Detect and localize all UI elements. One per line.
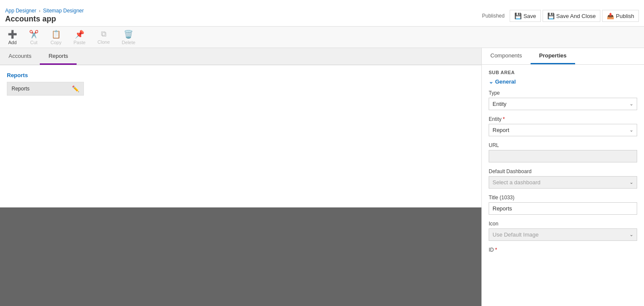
default-dashboard-field-row: Default Dashboard Select a dashboard ⌄	[489, 168, 637, 189]
publish-icon: 📤	[607, 12, 614, 19]
delete-button[interactable]: 🗑️ Delete	[119, 29, 138, 46]
entity-required: *	[503, 116, 505, 122]
save-icon: 💾	[514, 12, 522, 19]
url-field-row: URL	[489, 142, 637, 162]
subarea-item-reports[interactable]: Reports ✏️	[7, 82, 84, 96]
icon-chevron-icon: ⌄	[629, 232, 633, 237]
subarea-group: Reports Reports ✏️	[7, 72, 475, 96]
paste-icon: 📌	[75, 30, 84, 39]
icon-select[interactable]: Use Default Image ⌄	[489, 228, 637, 241]
tab-reports[interactable]: Reports	[40, 48, 77, 65]
toolbar: ➕ Add ✂️ Cut 📋 Copy 📌 Paste ⧉ Clone 🗑️ D…	[0, 27, 644, 48]
canvas-area: Accounts Reports Reports Reports ✏️	[0, 48, 481, 306]
panel-section-title: SUB AREA	[489, 70, 637, 75]
type-select[interactable]: Entity ⌄	[489, 98, 637, 110]
type-label: Type	[489, 90, 637, 96]
canvas-white-area: Reports Reports ✏️	[0, 65, 481, 207]
copy-button[interactable]: 📋 Copy	[48, 29, 64, 46]
save-label: Save	[523, 13, 536, 19]
breadcrumb: App Designer › Sitemap Designer	[5, 8, 84, 14]
save-and-close-button[interactable]: 💾 Save And Close	[543, 10, 601, 22]
type-chevron-icon: ⌄	[629, 101, 633, 107]
edit-icon[interactable]: ✏️	[72, 85, 79, 92]
subarea-item-label: Reports	[12, 86, 30, 92]
id-label: ID *	[489, 247, 637, 253]
title-field-row: Title (1033)	[489, 195, 637, 215]
general-group-header[interactable]: ⌄ General	[489, 78, 637, 85]
tab-components[interactable]: Components	[482, 48, 531, 64]
breadcrumb-chevron: ›	[39, 8, 41, 13]
id-required: *	[495, 247, 497, 253]
panel-content: SUB AREA ⌄ General Type Entity ⌄ Entity	[482, 65, 644, 306]
tab-properties[interactable]: Properties	[531, 48, 575, 64]
published-label: Published	[482, 13, 505, 19]
url-input[interactable]	[489, 150, 637, 162]
title-label: Title (1033)	[489, 195, 637, 201]
default-dashboard-select[interactable]: Select a dashboard ⌄	[489, 176, 637, 189]
top-bar-left: App Designer › Sitemap Designer Accounts…	[5, 8, 84, 26]
paste-label: Paste	[74, 40, 86, 45]
clone-button[interactable]: ⧉ Clone	[95, 29, 113, 45]
entity-chevron-icon: ⌄	[629, 127, 633, 133]
breadcrumb-sitemap-designer[interactable]: Sitemap Designer	[43, 8, 83, 14]
save-and-close-label: Save And Close	[556, 13, 596, 19]
copy-label: Copy	[50, 40, 62, 45]
clone-icon: ⧉	[101, 30, 107, 39]
paste-button[interactable]: 📌 Paste	[71, 29, 88, 46]
type-field-row: Type Entity ⌄	[489, 90, 637, 110]
canvas-tabs: Accounts Reports	[0, 48, 481, 65]
title-input[interactable]	[489, 202, 637, 215]
panel-tabs: Components Properties	[482, 48, 644, 65]
cut-button[interactable]: ✂️ Cut	[27, 29, 41, 46]
breadcrumb-app-designer[interactable]: App Designer	[5, 8, 36, 14]
subarea-group-title: Reports	[7, 72, 475, 78]
entity-label: Entity *	[489, 116, 637, 122]
delete-icon: 🗑️	[124, 30, 133, 39]
save-close-icon: 💾	[547, 12, 555, 19]
top-bar: App Designer › Sitemap Designer Accounts…	[0, 0, 644, 27]
tab-accounts[interactable]: Accounts	[0, 48, 40, 65]
top-bar-right: Published 💾 Save 💾 Save And Close 📤 Publ…	[482, 10, 639, 26]
add-label: Add	[8, 40, 17, 45]
entity-field-row: Entity * Report ⌄	[489, 116, 637, 136]
cut-label: Cut	[30, 40, 37, 45]
url-label: URL	[489, 142, 637, 148]
copy-icon: 📋	[51, 30, 61, 39]
publish-button[interactable]: 📤 Publish	[602, 10, 639, 22]
chevron-down-icon: ⌄	[489, 78, 493, 85]
dashboard-chevron-icon: ⌄	[629, 180, 633, 185]
delete-label: Delete	[122, 40, 136, 45]
cut-icon: ✂️	[29, 30, 39, 39]
add-button[interactable]: ➕ Add	[5, 29, 20, 46]
default-dashboard-label: Default Dashboard	[489, 168, 637, 174]
clone-label: Clone	[98, 39, 110, 45]
canvas-gray-area	[0, 207, 481, 306]
id-field-row: ID *	[489, 247, 637, 253]
icon-label: Icon	[489, 221, 637, 227]
publish-label: Publish	[616, 13, 634, 19]
general-label: General	[495, 78, 516, 85]
canvas-content: Reports Reports ✏️	[0, 65, 481, 306]
entity-select[interactable]: Report ⌄	[489, 124, 637, 136]
icon-field-row: Icon Use Default Image ⌄	[489, 221, 637, 241]
add-icon: ➕	[8, 30, 17, 39]
save-button[interactable]: 💾 Save	[510, 10, 541, 22]
main-layout: Accounts Reports Reports Reports ✏️	[0, 48, 644, 306]
app-title: Accounts app	[5, 15, 84, 26]
right-panel: Components Properties SUB AREA ⌄ General…	[481, 48, 644, 306]
